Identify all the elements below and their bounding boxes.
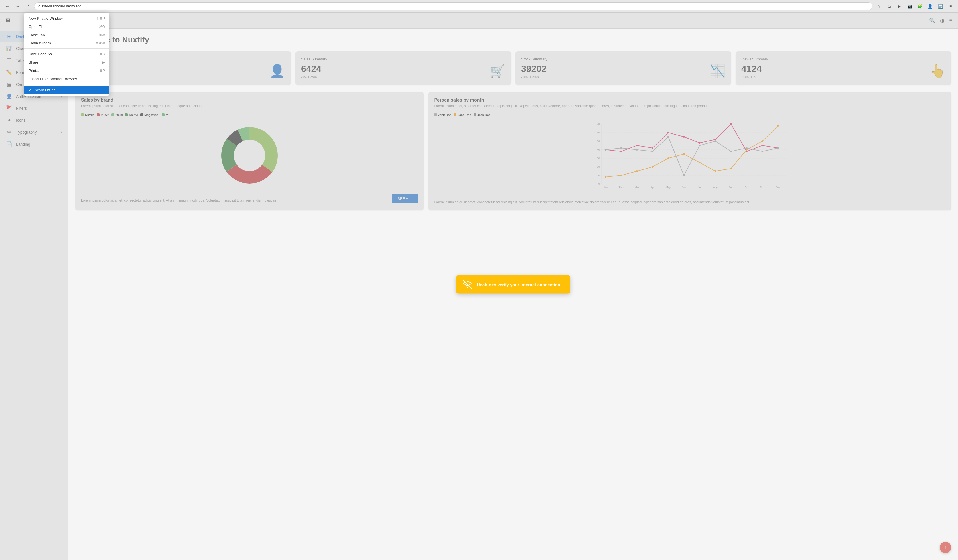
context-menu-item-open-file[interactable]: Open File... ⌘O [24, 22, 109, 31]
browser-extension-button[interactable]: 🧩 [916, 2, 924, 10]
svg-text:0: 0 [598, 182, 600, 186]
search-icon[interactable]: 🔍 [929, 17, 936, 24]
john-doe-point [652, 147, 653, 149]
svg-text:10: 10 [597, 174, 600, 177]
legend-color-nuvue [81, 113, 84, 116]
jane-doe-point [730, 168, 732, 170]
sales-by-brand-card: Sales by brand Lorem ipsum dolor sit ame… [75, 92, 423, 211]
legend-color-john [434, 113, 437, 116]
stock-summary-value: 39202 [521, 63, 547, 74]
sales-by-brand-footer: Lorem ipsum dolor sit amet, consectetur … [81, 194, 418, 203]
sales-by-brand-desc: Lorem ipsum dolor sit amet consectetur a… [81, 104, 418, 109]
see-all-button[interactable]: SEE ALL [392, 194, 418, 203]
typography-icon: ✏ [6, 129, 13, 135]
browser-back-button[interactable]: ← [3, 2, 11, 10]
legend-item-vuejit: VueJit [97, 113, 109, 117]
context-menu-item-save-page[interactable]: Save Page As... ⌘S [24, 50, 109, 58]
svg-text:Mar: Mar [635, 186, 639, 189]
jane-doe-point [683, 153, 685, 155]
legend-color-jack [474, 113, 476, 116]
jack-doe-point [668, 136, 669, 138]
browser-forward-button[interactable]: → [14, 2, 22, 10]
svg-text:May: May [666, 186, 671, 189]
legend-label-mi: Mi [166, 113, 169, 117]
sales-by-brand-title: Sales by brand [81, 97, 418, 103]
svg-text:60: 60 [597, 131, 600, 134]
jane-doe-point [620, 175, 622, 176]
sales-by-brand-footer-text: Lorem ipsum dolor sit amet, consectetur … [81, 198, 276, 203]
john-doe-point [730, 123, 732, 125]
legend-label-nuvue: NuVue [85, 113, 94, 117]
svg-text:20: 20 [597, 165, 600, 168]
browser-video-button[interactable]: ▶ [895, 2, 903, 10]
legend-item-nuvue: NuVue [81, 113, 94, 117]
sidebar-item-landing[interactable]: 📄 Landing [0, 138, 68, 150]
jack-doe-point [620, 147, 622, 149]
svg-text:Jun: Jun [682, 186, 686, 189]
jane-doe-point [746, 149, 747, 151]
legend-color-vuejit [97, 113, 100, 116]
browser-reload-button[interactable]: ↺ [24, 2, 32, 10]
john-doe-point [761, 144, 763, 146]
context-menu-item-close-window[interactable]: Close Window ⇧⌘W [24, 39, 109, 47]
views-summary-icon: 👆 [930, 63, 945, 78]
charts-icon: 📊 [6, 45, 13, 52]
views-summary-title: Views Summary [741, 57, 945, 61]
sales-summary-card: Sales Summary 6424 -3% Down 🛒 [295, 51, 511, 85]
context-menu-item-new-private-window[interactable]: New Private Window ⇧⌘P [24, 14, 109, 22]
jack-doe-point [777, 147, 779, 149]
person-sales-desc: Lorem ipsum dolor, sit amet consectetur … [434, 104, 945, 109]
john-doe-point [668, 132, 669, 133]
jane-doe-point [715, 170, 716, 172]
jack-doe-line [606, 137, 778, 175]
svg-text:Feb: Feb [619, 186, 623, 189]
person-sales-footer-text: Lorem ipsum dolor sit amet, consectetur … [434, 200, 945, 205]
jack-doe-point [761, 151, 763, 152]
sidebar-item-label: Typography [16, 130, 57, 135]
legend-item-jane: Jane Doe [454, 113, 471, 117]
sidebar-item-icons[interactable]: ✦ Icons [0, 114, 68, 126]
views-summary-card: Views Summary 4124 +50% Up 👆 [736, 51, 951, 85]
sales-summary-icon: 🛒 [490, 63, 505, 78]
context-menu-item-share[interactable]: Share ▶ [24, 58, 109, 67]
sidebar-item-filters[interactable]: 🚩 Filters [0, 102, 68, 114]
svg-text:Apr: Apr [651, 186, 655, 189]
context-menu-item-import-browser[interactable]: Import From Another Browser... [24, 75, 109, 83]
browser-camera-button[interactable]: 📷 [906, 2, 914, 10]
views-summary-change: +50% Up [741, 75, 761, 79]
svg-text:Aug: Aug [713, 186, 718, 189]
menu-item-shortcut: ⌘O [99, 25, 105, 29]
browser-menu-button[interactable]: ≡ [947, 2, 955, 10]
wifi-slash-icon [463, 280, 472, 289]
browser-profile-button[interactable]: 👤 [926, 2, 934, 10]
jack-doe-point [715, 140, 716, 142]
browser-bookmark-button[interactable]: ☆ [875, 2, 883, 10]
sidebar-item-label: Landing [16, 142, 62, 147]
browser-url-text: vuetify-dashboard.netlify.app [38, 4, 81, 8]
jack-doe-point [636, 149, 638, 151]
donut-chart [218, 124, 281, 187]
context-menu-item-work-offline[interactable]: ✓ Work Offline [24, 86, 109, 94]
john-doe-line [606, 124, 778, 151]
alert-banner: Unable to verify your Internet connectio… [456, 275, 570, 293]
browser-sync-button[interactable]: 🔄 [936, 2, 944, 10]
context-menu-item-close-tab[interactable]: Close Tab ⌘W [24, 31, 109, 39]
jane-doe-point [636, 170, 638, 172]
jane-doe-point [605, 176, 606, 178]
browser-pocket-button[interactable]: 🗂 [885, 2, 893, 10]
jane-doe-point [699, 162, 701, 163]
svg-text:Nov: Nov [760, 186, 765, 189]
legend-label-megswear: MegsWear [144, 113, 159, 117]
brightness-icon[interactable]: ◑ [940, 17, 945, 24]
svg-text:Jul: Jul [698, 186, 701, 189]
svg-point-5 [234, 140, 265, 171]
line-chart-container: 0 10 20 30 40 50 60 70 Jan Feb Mar [434, 121, 945, 195]
legend-item-jack: Jack Doe [474, 113, 491, 117]
context-menu-item-print[interactable]: Print... ⌘P [24, 67, 109, 75]
scroll-top-button[interactable]: ↑ [940, 542, 951, 553]
menu-icon[interactable]: ≡ [949, 17, 952, 24]
menu-item-label: Share [29, 60, 38, 65]
jack-doe-point [605, 149, 606, 151]
sidebar-item-label: Icons [16, 118, 62, 122]
sidebar-item-typography[interactable]: ✏ Typography ▾ [0, 126, 68, 138]
